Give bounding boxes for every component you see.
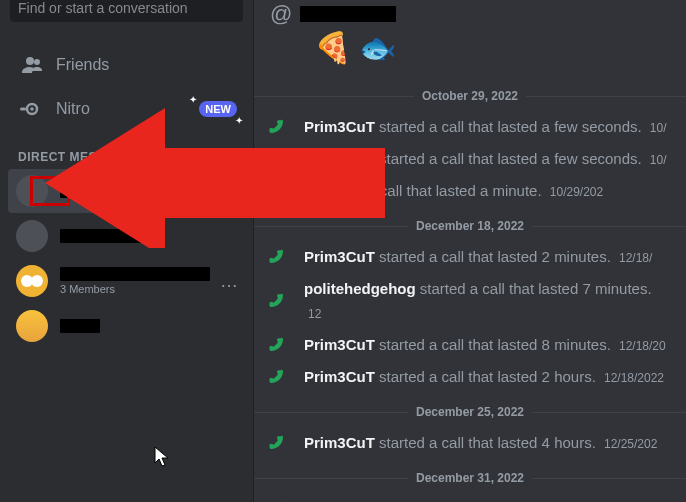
svg-rect-2 xyxy=(20,108,26,111)
call-text: Prim3CuT started a call that lasted a fe… xyxy=(304,497,663,502)
message-list: October 29, 2022Prim3CuT started a call … xyxy=(254,89,686,502)
emoji-reactions: 🍕 🐟 xyxy=(254,26,686,77)
dm-list: 3 Members… xyxy=(0,169,253,348)
call-text: T started a call that lasted a minute. 1… xyxy=(304,179,603,203)
call-text: Prim3CuT started a call that lasted 2 ho… xyxy=(304,365,664,389)
call-event[interactable]: Prim3CuT started a call that lasted 2 mi… xyxy=(254,241,686,273)
sparkle-icon: ✦ xyxy=(189,94,197,105)
date-divider: December 25, 2022 xyxy=(254,405,686,419)
call-text: Prim3CuT started a call that lasted a fe… xyxy=(304,115,667,139)
phone-icon xyxy=(268,292,286,310)
date-divider: October 29, 2022 xyxy=(254,89,686,103)
phone-icon xyxy=(268,336,286,354)
phone-icon xyxy=(268,182,286,200)
date-divider: December 31, 2022 xyxy=(254,471,686,485)
dm-name-col xyxy=(60,184,106,198)
dm-section-header: DIRECT MESSAGES xyxy=(0,132,253,168)
svg-point-1 xyxy=(30,107,34,111)
dm-item[interactable] xyxy=(8,214,245,258)
header-username-redacted xyxy=(300,6,396,22)
dm-name-redacted xyxy=(60,184,106,198)
phone-icon xyxy=(268,150,286,168)
dm-name-col xyxy=(60,229,152,243)
avatar xyxy=(16,220,48,252)
date-label: December 18, 2022 xyxy=(408,219,532,233)
date-label: December 25, 2022 xyxy=(408,405,532,419)
nav-label: Friends xyxy=(56,56,109,74)
call-text: Prim3CuT started a call that lasted 8 mi… xyxy=(304,333,666,357)
search-input[interactable]: Find or start a conversation xyxy=(10,0,243,22)
call-event[interactable]: T started a call that lasted a minute. 1… xyxy=(254,175,686,207)
call-event[interactable]: Prim3CuT started a call that lasted a fe… xyxy=(254,143,686,175)
nav-nitro[interactable]: Nitro ✦ NEW ✦ xyxy=(8,88,245,130)
new-badge: NEW xyxy=(199,101,237,117)
friends-icon xyxy=(18,53,42,77)
dm-name-redacted xyxy=(60,267,210,281)
call-text: Prim3CuT started a call that lasted 4 ho… xyxy=(304,431,657,455)
pizza-emoji: 🍕 xyxy=(314,31,351,64)
dm-members-count: 3 Members xyxy=(60,283,210,295)
dm-item[interactable] xyxy=(8,304,245,348)
sidebar: Find or start a conversation Friends Nit… xyxy=(0,0,254,502)
avatar xyxy=(16,175,48,207)
phone-icon xyxy=(268,118,286,136)
at-icon: @ xyxy=(270,1,292,27)
call-event[interactable]: Prim3CuT started a call that lasted 4 ho… xyxy=(254,427,686,459)
overflow-icon: … xyxy=(220,271,237,292)
avatar xyxy=(16,310,48,342)
dm-item[interactable]: 3 Members… xyxy=(8,259,245,303)
call-event[interactable]: Prim3CuT started a call that lasted a fe… xyxy=(254,111,686,143)
call-event[interactable]: Prim3CuT started a call that lasted 8 mi… xyxy=(254,329,686,361)
dm-name-redacted xyxy=(60,229,152,243)
fish-emoji: 🐟 xyxy=(359,31,396,64)
phone-icon xyxy=(268,368,286,386)
dm-name-col: 3 Members xyxy=(60,267,210,295)
chat-area: @ 🍕 🐟 October 29, 2022Prim3CuT started a… xyxy=(254,0,686,502)
call-text: Prim3CuT started a call that lasted 2 mi… xyxy=(304,245,652,269)
dm-item[interactable] xyxy=(8,169,245,213)
nav-friends[interactable]: Friends xyxy=(8,44,245,86)
date-label: December 31, 2022 xyxy=(408,471,532,485)
date-label: October 29, 2022 xyxy=(414,89,526,103)
call-event[interactable]: politehedgehog started a call that laste… xyxy=(254,273,686,329)
avatar xyxy=(16,265,48,297)
call-event[interactable]: Prim3CuT started a call that lasted 2 ho… xyxy=(254,361,686,393)
channel-header: @ xyxy=(254,2,686,26)
call-text: politehedgehog started a call that laste… xyxy=(304,277,672,325)
call-text: Prim3CuT started a call that lasted a fe… xyxy=(304,147,667,171)
date-divider: December 18, 2022 xyxy=(254,219,686,233)
phone-icon xyxy=(268,434,286,452)
dm-name-redacted xyxy=(60,319,100,333)
svg-point-4 xyxy=(31,275,43,287)
dm-name-col xyxy=(60,319,100,333)
sparkle-icon: ✦ xyxy=(235,115,243,126)
nitro-icon xyxy=(18,97,42,121)
call-event[interactable]: Prim3CuT started a call that lasted a fe… xyxy=(254,493,686,502)
nav-label: Nitro xyxy=(56,100,90,118)
phone-icon xyxy=(268,248,286,266)
